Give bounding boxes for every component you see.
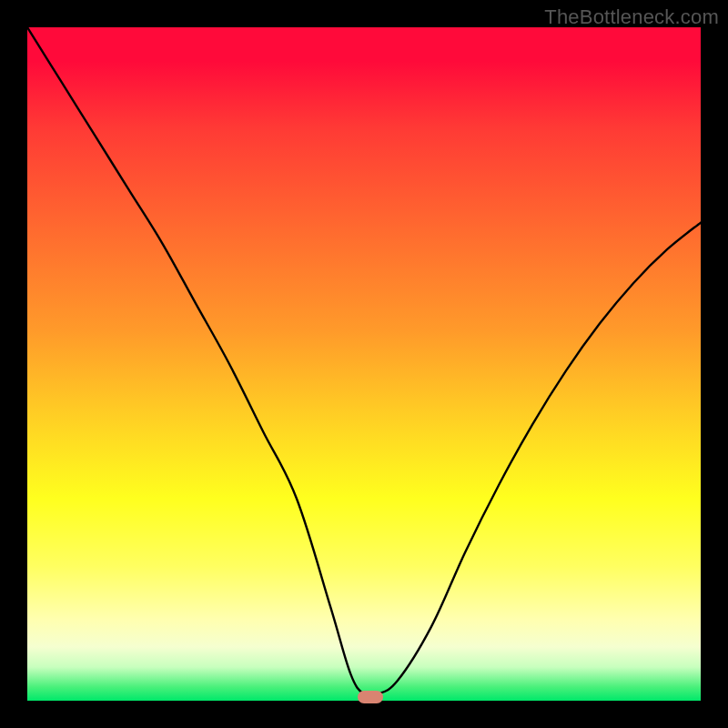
- bottleneck-marker: [358, 691, 383, 703]
- chart-frame: TheBottleneck.com: [0, 0, 728, 728]
- plot-area: [27, 27, 701, 701]
- watermark-label: TheBottleneck.com: [544, 5, 719, 29]
- curve-svg: [27, 27, 701, 701]
- bottleneck-curve-path: [27, 27, 701, 696]
